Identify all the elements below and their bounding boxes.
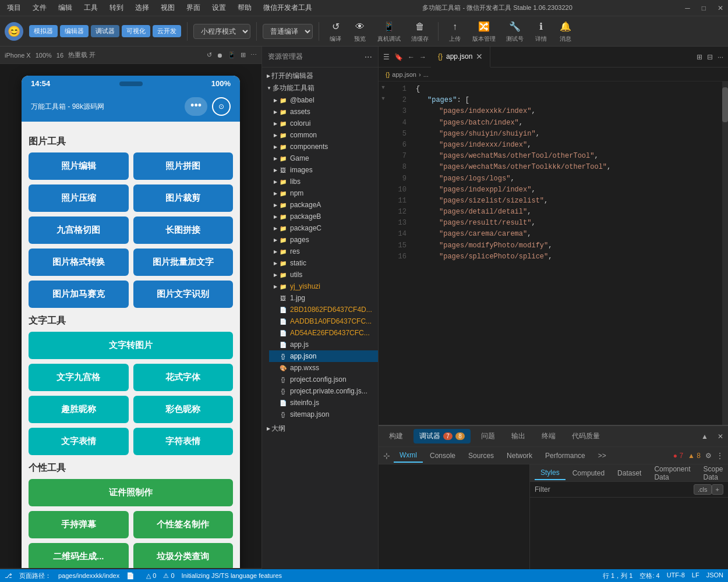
menu-select[interactable]: 选择 — [133, 2, 151, 14]
wxml-viewer[interactable] — [379, 464, 530, 582]
file-appwxss[interactable]: ▶ 🎨 app.wxss — [269, 362, 378, 374]
fancy-font-btn[interactable]: 花式字体 — [133, 364, 234, 391]
phone-more-icon[interactable]: ⋯ — [250, 51, 257, 59]
close-btn[interactable]: ✕ — [718, 4, 723, 12]
text-nine-grid-btn[interactable]: 文字九宫格 — [29, 364, 129, 391]
signature-btn[interactable]: 个性签名制作 — [133, 511, 234, 538]
photo-compress-btn[interactable]: 照片压缩 — [29, 184, 129, 212]
file-appjs[interactable]: ▶ 📄 app.js — [269, 339, 378, 350]
menu-help[interactable]: 帮助 — [235, 2, 254, 14]
more-icon[interactable]: ··· — [718, 53, 723, 61]
panel-toggle-icon[interactable]: ⊟ — [707, 53, 713, 61]
devtools-up-icon[interactable]: ▲ — [701, 432, 708, 441]
phone-mobile-icon[interactable]: 📱 — [228, 51, 236, 59]
photo-crop-btn[interactable]: 图片裁剪 — [133, 184, 234, 212]
handheld-banner-btn[interactable]: 手持弹幕 — [29, 511, 129, 538]
split-editor-icon[interactable]: ⊞ — [697, 53, 702, 61]
menu-edit[interactable]: 编辑 — [56, 2, 75, 14]
devtools-tab-issues[interactable]: 问题 — [475, 429, 501, 443]
phone-hot-reload[interactable]: 热重载 开 — [68, 51, 96, 59]
styles-filter-input[interactable] — [555, 485, 694, 494]
editor-scrollbar[interactable] — [722, 81, 728, 425]
status-warns[interactable]: ⚠ 0 — [163, 572, 174, 580]
simulator-tab[interactable]: 模拟器 — [29, 25, 58, 37]
compile-btn[interactable]: ↺ 编译 — [325, 17, 346, 45]
color-nickname-btn[interactable]: 彩色昵称 — [133, 396, 234, 423]
minimize-btn[interactable]: ─ — [685, 4, 690, 12]
collapse-2[interactable]: ▼ — [379, 93, 388, 104]
panel-tab-componentdata[interactable]: Component Data — [648, 464, 696, 484]
debugger-tab[interactable]: 调试器 — [91, 25, 119, 37]
menu-interface[interactable]: 界面 — [184, 2, 203, 14]
file-packageb[interactable]: ▶ 📁 packageB — [269, 211, 378, 222]
file-siteinfo[interactable]: ▶ 📄 siteinfo.js — [269, 397, 378, 409]
status-eol[interactable]: LF — [692, 572, 699, 580]
cloud-tab[interactable]: 云开发 — [153, 25, 181, 37]
file-tree[interactable]: ▶ 打开的编辑器 ▼ 多功能工具箱 ▶ 📁 @babel ▶ 📁 assets — [262, 68, 378, 582]
file-common[interactable]: ▶ 📁 common — [269, 129, 378, 141]
visual-tab[interactable]: 可视化 — [122, 25, 150, 37]
batch-text-btn[interactable]: 图片批量加文字 — [133, 249, 234, 276]
editor-tab-appjson[interactable]: {} app.json ✕ — [431, 47, 490, 68]
file-colorui[interactable]: ▶ 📁 colorui — [269, 118, 378, 129]
code-editor[interactable]: { "pages": [ "pages/indexxkk/index", "pa… — [411, 81, 722, 425]
file-libs[interactable]: ▶ 📁 libs — [269, 176, 378, 187]
file-1jpg[interactable]: ▶ 🖼 1.jpg — [269, 292, 378, 304]
outline-section[interactable]: ▶ 大纲 — [262, 423, 378, 435]
file-babel[interactable]: ▶ 📁 @babel — [269, 94, 378, 106]
nine-grid-btn[interactable]: 九宫格切图 — [29, 217, 129, 244]
error-count-icon[interactable]: ● 7 — [673, 452, 683, 460]
dots-icon[interactable]: ••• — [185, 97, 207, 116]
file-2bd[interactable]: ▶ 📄 2BD10862FD6437CF4D... — [269, 304, 378, 315]
upload-btn[interactable]: ↑ 上传 — [444, 17, 465, 45]
phone-record-icon[interactable]: ⏺ — [217, 52, 223, 59]
version-btn[interactable]: 🔀 版本管理 — [469, 17, 499, 45]
menu-wechat[interactable]: 微信开发者工具 — [261, 2, 314, 14]
message-btn[interactable]: 🔔 消息 — [555, 17, 576, 45]
status-errors[interactable]: △ 0 — [146, 572, 156, 580]
devtools-nav-console[interactable]: Console — [424, 449, 461, 462]
back-icon[interactable]: ← — [408, 53, 415, 61]
tab-close-btn[interactable]: ✕ — [476, 52, 483, 61]
devtools-tab-output[interactable]: 输出 — [506, 429, 531, 443]
long-image-btn[interactable]: 长图拼接 — [133, 217, 234, 244]
status-page-path[interactable]: pages/indexxkk/index — [58, 572, 119, 579]
record-circle-icon[interactable]: ⊙ — [212, 97, 231, 116]
file-aad[interactable]: ▶ 📄 AADDB1A0FD6437CFC... — [269, 315, 378, 327]
devtools-tab-terminal[interactable]: 终端 — [536, 429, 561, 443]
detail-btn[interactable]: ℹ 详情 — [531, 17, 552, 45]
file-components[interactable]: ▶ 📁 components — [269, 141, 378, 152]
clean-btn[interactable]: 🗑 清缓存 — [408, 17, 432, 45]
add-style-btn[interactable]: + — [712, 484, 723, 495]
char-emoji-btn[interactable]: 字符表情 — [133, 428, 234, 455]
file-packagea[interactable]: ▶ 📁 packageA — [269, 199, 378, 211]
file-pages[interactable]: ▶ 📁 pages — [269, 234, 378, 246]
menu-tool[interactable]: 工具 — [82, 2, 100, 14]
file-utils[interactable]: ▶ 📁 utils — [269, 269, 378, 281]
devtools-nav-sources[interactable]: Sources — [462, 449, 500, 462]
phone-split-icon[interactable]: ⊞ — [241, 51, 246, 59]
status-encoding[interactable]: UTF-8 — [667, 572, 685, 580]
file-game[interactable]: ▶ 📁 Game — [269, 152, 378, 164]
text-emoji-btn[interactable]: 文字表情 — [29, 428, 129, 455]
mosaic-btn[interactable]: 图片加马赛克 — [29, 281, 129, 308]
photo-edit-btn[interactable]: 照片编辑 — [29, 152, 129, 180]
devtools-tab-debugger[interactable]: 调试器 7 8 — [414, 429, 471, 443]
compile-mode-selector[interactable]: 普通编译 — [263, 24, 313, 39]
collapse-1[interactable]: ▼ — [379, 81, 388, 93]
file-ad5[interactable]: ▶ 📄 AD54AE26FD6437CFC... — [269, 327, 378, 339]
devtools-nav-more[interactable]: >> — [592, 449, 612, 462]
text-to-image-btn[interactable]: 文字转图片 — [29, 332, 233, 359]
file-sitemap[interactable]: ▶ {} sitemap.json — [269, 409, 378, 420]
devtools-nav-network[interactable]: Network — [501, 449, 538, 462]
menu-file[interactable]: 文件 — [30, 2, 49, 14]
nickname-btn[interactable]: 趣胜昵称 — [29, 396, 129, 423]
devtools-nav-performance[interactable]: Performance — [539, 449, 591, 462]
file-assets[interactable]: ▶ 📁 assets — [269, 106, 378, 118]
ocr-btn[interactable]: 图片文字识别 — [133, 281, 234, 308]
panel-tab-scopedata[interactable]: Scope Data — [697, 464, 728, 484]
devtools-close-icon[interactable]: ✕ — [718, 432, 723, 441]
cls-button[interactable]: .cls — [694, 484, 712, 495]
avatar[interactable]: 😊 — [5, 22, 23, 41]
panel-tab-styles[interactable]: Styles — [535, 466, 566, 480]
